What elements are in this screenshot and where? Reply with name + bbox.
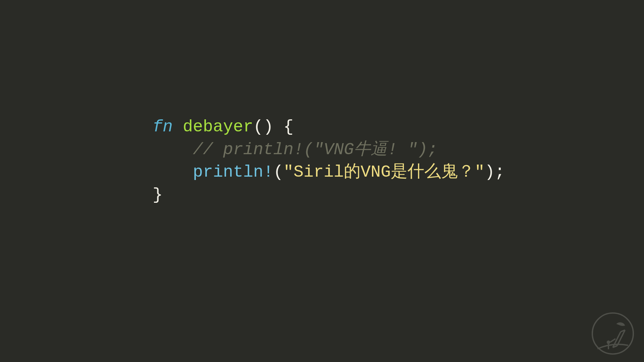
call-open: ( [273,163,283,182]
keyword-fn: fn [153,117,173,136]
slide: fn debayer() { // println!("VNG牛逼! "); p… [0,0,644,362]
string-literal: "Siril的VNG是什么鬼？" [283,163,485,182]
call-close: ) [485,163,495,182]
code-block: fn debayer() { // println!("VNG牛逼! "); p… [153,116,505,206]
brace-open: { [283,117,293,136]
svg-point-5 [607,341,610,344]
semicolon: ; [495,163,505,182]
function-name: debayer [183,117,253,136]
astronomy-logo-icon [591,312,635,355]
brace-close: } [153,185,163,204]
comment-line: // println!("VNG牛逼! "); [193,140,438,159]
svg-line-7 [610,339,615,342]
paren-open: ( [253,117,263,136]
svg-line-1 [617,330,625,346]
macro-println: println! [193,163,273,182]
paren-close: ) [263,117,273,136]
